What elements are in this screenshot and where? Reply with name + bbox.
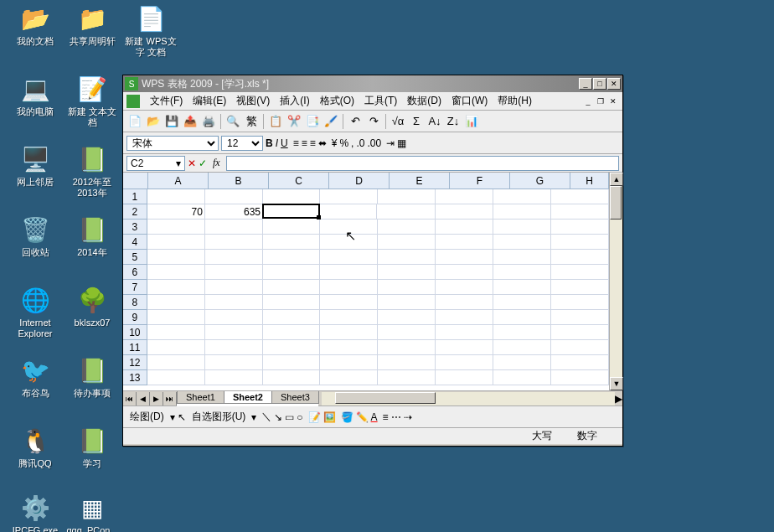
cell[interactable] [551, 220, 609, 235]
cell[interactable] [551, 340, 609, 355]
cell[interactable] [378, 235, 436, 250]
cell[interactable] [436, 250, 493, 265]
oval-icon[interactable]: ○ [297, 411, 302, 423]
cell[interactable] [147, 189, 205, 204]
cell[interactable] [436, 310, 493, 325]
sheet-tab[interactable]: Sheet1 [177, 391, 224, 404]
column-header[interactable]: B [209, 173, 269, 189]
pointer-icon[interactable]: ↖ [178, 411, 186, 423]
cell[interactable] [493, 325, 551, 340]
line-style-icon[interactable]: ≡ [383, 411, 389, 423]
cell[interactable] [378, 220, 436, 235]
menu-item[interactable]: 插入(I) [275, 92, 314, 110]
cell[interactable] [320, 295, 378, 310]
font-name-select[interactable]: 宋体 [126, 136, 219, 151]
cell[interactable] [320, 265, 378, 280]
preview-button[interactable]: 🔍 [224, 113, 241, 130]
cell[interactable] [147, 355, 205, 370]
decrease-decimal-button[interactable]: .00 [367, 137, 381, 149]
row-header[interactable]: 6 [123, 265, 147, 280]
desktop-icon[interactable]: 📗2014年 [65, 214, 119, 258]
column-header[interactable]: A [148, 173, 209, 189]
cell[interactable] [493, 189, 551, 204]
cell[interactable] [378, 295, 436, 310]
cell[interactable] [436, 280, 493, 295]
cell[interactable] [147, 370, 205, 385]
cell[interactable] [493, 220, 551, 235]
minimize-button[interactable]: _ [579, 78, 592, 90]
menu-item[interactable]: 视图(V) [231, 92, 275, 110]
cell[interactable] [320, 370, 378, 385]
menu-item[interactable]: 编辑(E) [188, 92, 231, 110]
menu-item[interactable]: 工具(T) [359, 92, 402, 110]
desktop-icon[interactable]: 🖥️网上邻居 [8, 144, 62, 188]
close-button[interactable]: ✕ [607, 78, 621, 90]
cell[interactable] [551, 235, 609, 250]
desktop-icon[interactable]: 🌳bklszx07 [65, 285, 119, 328]
cell[interactable] [205, 235, 263, 250]
cell[interactable] [205, 355, 263, 370]
cell[interactable] [205, 310, 263, 325]
align-left-button[interactable]: ≡ [293, 137, 299, 149]
column-header[interactable]: D [329, 173, 390, 189]
percent-button[interactable]: % [339, 137, 348, 149]
cell[interactable] [147, 220, 205, 235]
fill-color-icon[interactable]: 🪣 [341, 411, 353, 423]
column-header[interactable]: F [450, 173, 510, 189]
arrow-icon[interactable]: ↘ [274, 411, 282, 423]
row-header[interactable]: 7 [123, 280, 147, 295]
cell[interactable] [320, 310, 378, 325]
maximize-button[interactable]: □ [593, 78, 606, 90]
cell[interactable] [263, 355, 321, 370]
cell[interactable] [263, 189, 321, 204]
cell[interactable] [436, 265, 493, 280]
font-size-select[interactable]: 12 [221, 136, 263, 151]
save-button[interactable]: 💾 [163, 113, 180, 130]
cell[interactable] [551, 189, 609, 204]
menu-item[interactable]: 格式(O) [315, 92, 359, 110]
cell[interactable] [319, 204, 377, 220]
column-header[interactable]: E [390, 173, 450, 189]
cell[interactable] [205, 370, 263, 385]
sheet-tab[interactable]: Sheet2 [224, 391, 272, 404]
cell[interactable] [378, 250, 436, 265]
row-header[interactable]: 4 [123, 235, 147, 250]
cell[interactable] [493, 310, 551, 325]
vertical-scrollbar[interactable]: ▲ ▼ [609, 173, 622, 390]
autoshape-menu[interactable]: 自选图形(U) [188, 410, 250, 424]
cell[interactable] [320, 220, 378, 235]
cut-button[interactable]: ✂️ [286, 113, 302, 130]
print-button[interactable]: 🖨️ [200, 113, 217, 130]
cell[interactable] [377, 204, 435, 220]
cell[interactable] [205, 280, 263, 295]
row-header[interactable]: 13 [123, 370, 147, 385]
cell[interactable] [493, 355, 551, 370]
cell[interactable] [436, 370, 493, 385]
cell[interactable] [493, 370, 551, 385]
sort-asc-button[interactable]: A↓ [426, 113, 443, 130]
chart-button[interactable]: 📊 [463, 113, 480, 130]
desktop-icon[interactable]: 🌐Internet Explorer [8, 285, 62, 339]
row-header[interactable]: 5 [123, 250, 147, 265]
row-header[interactable]: 2 [123, 204, 147, 220]
menu-item[interactable]: 文件(F) [145, 92, 188, 110]
draw-menu[interactable]: 绘图(D) [126, 410, 168, 424]
cell[interactable] [436, 204, 493, 220]
cell[interactable] [493, 295, 551, 310]
row-header[interactable]: 3 [123, 220, 147, 235]
cell[interactable] [551, 310, 609, 325]
cell[interactable] [436, 220, 493, 235]
borders-button[interactable]: ▦ [397, 137, 406, 149]
rectangle-icon[interactable]: ▭ [285, 411, 294, 423]
row-header[interactable]: 8 [123, 295, 147, 310]
cell[interactable] [436, 355, 493, 370]
increase-decimal-button[interactable]: .0 [356, 137, 364, 149]
format-painter-button[interactable]: 🖌️ [322, 113, 339, 130]
row-header[interactable]: 9 [123, 310, 147, 325]
cell[interactable] [147, 340, 205, 355]
undo-button[interactable]: ↶ [347, 113, 364, 130]
desktop-icon[interactable]: 🐧腾讯QQ [8, 426, 62, 469]
cell[interactable] [551, 325, 609, 340]
horizontal-scrollbar[interactable] [322, 392, 615, 405]
cell[interactable] [205, 265, 263, 280]
